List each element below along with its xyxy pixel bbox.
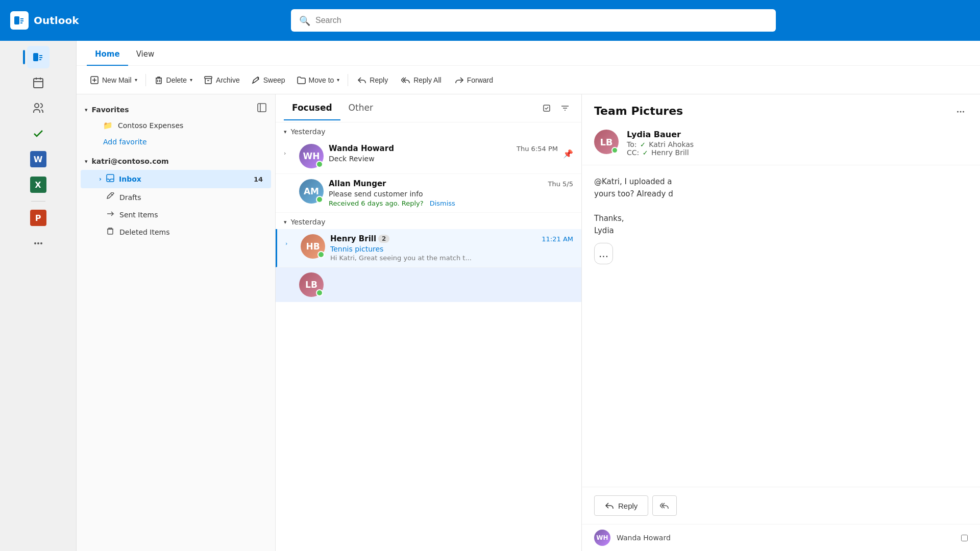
app-title: Outlook (34, 14, 79, 27)
favorites-section-header[interactable]: ▾ Favorites (77, 103, 275, 117)
sidebar-item-calendar[interactable] (27, 71, 50, 94)
select-all-button[interactable] (538, 100, 555, 116)
outlook-logo[interactable]: Outlook (10, 11, 87, 30)
svg-rect-19 (258, 104, 266, 112)
reading-pane-reply-button[interactable]: Reply (594, 495, 648, 516)
sidebar-item-more[interactable] (27, 232, 50, 255)
email-item-wanda[interactable]: › WH Wanda Howard Thu 6:54 PM Deck Revie… (276, 139, 581, 174)
deleted-items-icon (106, 227, 114, 237)
flag-icon-wanda: 📌 (563, 144, 573, 159)
follow-up-row: Received 6 days ago. Reply? Dismiss (329, 199, 573, 207)
email-item-lydia[interactable]: › LB (276, 267, 581, 302)
favorites-chevron-icon: ▾ (85, 107, 88, 113)
toggle-sidebar-button[interactable] (253, 98, 271, 117)
search-bar: 🔍 (291, 9, 776, 32)
filter-button[interactable] (557, 100, 573, 116)
status-dot-allan (316, 196, 323, 203)
from-name: Lydia Bauer (627, 130, 968, 139)
sent-items-icon (106, 210, 114, 219)
tab-view[interactable]: View (128, 43, 163, 66)
sidebar-item-excel[interactable]: X (27, 173, 50, 196)
subject-henry: Tennis pictures (330, 245, 573, 253)
reading-pane-more-button[interactable] (953, 105, 968, 121)
svg-rect-2 (34, 79, 43, 88)
email-list-pane: Focused Other ▾ Y (276, 94, 582, 551)
three-column-layout: ▾ Favorites 📁 Contoso Expenses Add favor… (77, 94, 980, 551)
contoso-expenses-folder[interactable]: 📁 Contoso Expenses (81, 117, 271, 134)
signature-line: Lydia (594, 224, 968, 237)
svg-rect-1 (33, 53, 38, 61)
search-input[interactable] (315, 16, 768, 25)
reply-button[interactable]: Reply (351, 72, 394, 88)
account-chevron-icon: ▾ (85, 158, 88, 165)
time-wanda: Thu 6:54 PM (517, 145, 558, 153)
email-item-allan[interactable]: › AM Allan Munger Thu 5/5 Please send cu… (276, 174, 581, 213)
outlook-logo-icon (10, 11, 29, 30)
account-header[interactable]: ▾ katri@contoso.com (77, 153, 275, 169)
drafts-folder[interactable]: Drafts (81, 189, 271, 206)
delete-button[interactable]: Delete ▾ (149, 72, 198, 88)
reply-all-button[interactable]: Reply All (395, 72, 447, 88)
focused-other-tabs: Focused Other (284, 96, 381, 120)
sidebar-item-mail[interactable] (27, 46, 50, 68)
toolbar: New Mail ▾ Delete ▾ Archive Sweep Move t… (77, 65, 980, 94)
preview-henry: Hi Katri, Great seeing you at the match … (330, 254, 573, 262)
svg-point-6 (35, 104, 39, 108)
group-chevron-icon: ▾ (284, 129, 287, 135)
sidebar-item-people[interactable] (27, 97, 50, 119)
archive-button[interactable]: Archive (199, 72, 245, 88)
reply-action-bar: Reply (582, 487, 980, 524)
bottom-preview: WH Wanda Howard (582, 524, 980, 551)
inbox-expand-icon[interactable]: › (99, 176, 102, 183)
dismiss-button[interactable]: Dismiss (430, 199, 455, 207)
reading-pane-reply-all-small-button[interactable] (652, 495, 677, 516)
time-henry: 11:21 AM (542, 235, 573, 243)
email-group-1: ▾ Yesterday › WH Wanda Howard (276, 122, 581, 213)
new-mail-button[interactable]: New Mail ▾ (85, 72, 142, 88)
time-allan: Thu 5/5 (548, 180, 573, 188)
bottom-checkbox[interactable] (961, 535, 968, 541)
sent-items-folder[interactable]: Sent Items (81, 206, 271, 223)
email-meta: LB Lydia Bauer To: ✓ Katri Ahokas CC: ✓ (594, 130, 968, 157)
email-list-header: Focused Other (276, 94, 581, 122)
subject-wanda: Deck Review (329, 155, 558, 163)
to-line: To: ✓ Katri Ahokas (627, 140, 968, 148)
tab-focused[interactable]: Focused (284, 96, 340, 120)
tab-other[interactable]: Other (340, 96, 381, 120)
add-favorite-button[interactable]: Add favorite (81, 135, 271, 149)
sender-allan: Allan Munger (329, 179, 386, 188)
inbox-count-badge: 14 (254, 176, 263, 183)
sidebar-item-tasks[interactable] (27, 122, 50, 145)
sidebar-item-word[interactable]: W (27, 148, 50, 170)
forward-button[interactable]: Forward (449, 72, 499, 88)
expand-arrow-wanda[interactable]: › (284, 144, 294, 157)
svg-rect-0 (14, 16, 19, 24)
thread-count-henry: 2 (378, 235, 389, 243)
sender-wanda: Wanda Howard (329, 144, 394, 153)
sender-avatar-large: LB (594, 130, 619, 154)
more-button[interactable]: ... (594, 243, 613, 264)
svg-point-8 (37, 242, 39, 244)
svg-rect-23 (108, 229, 113, 234)
status-dot-wanda (316, 161, 323, 168)
email-item-henry[interactable]: › HB Henry Brill 2 11:21 AM (276, 229, 581, 267)
group-date-1[interactable]: ▾ Yesterday (276, 122, 581, 139)
tab-home[interactable]: Home (87, 43, 128, 66)
email-list: ▾ Yesterday › WH Wanda Howard (276, 122, 581, 551)
reading-pane: Team Pictures LB Lydia Bauer To: (582, 94, 980, 551)
move-to-button[interactable]: Move to ▾ (291, 72, 345, 88)
expand-arrow-henry[interactable]: › (285, 234, 296, 247)
group-date-2[interactable]: ▾ Yesterday (276, 213, 581, 229)
deleted-items-folder[interactable]: Deleted Items (81, 223, 271, 240)
svg-point-7 (34, 242, 36, 244)
sidebar-item-powerpoint[interactable]: P (27, 207, 50, 229)
sweep-button[interactable]: Sweep (246, 72, 290, 88)
reading-pane-title: Team Pictures (594, 105, 683, 117)
sender-status-dot (611, 147, 618, 154)
inbox-folder[interactable]: › Inbox 14 (81, 170, 271, 188)
avatar-allan: AM (299, 179, 324, 204)
folder-tree: ▾ Favorites 📁 Contoso Expenses Add favor… (77, 94, 276, 551)
icon-rail: W X P (0, 41, 77, 551)
avatar-lydia: LB (299, 272, 324, 297)
svg-rect-21 (107, 174, 114, 182)
